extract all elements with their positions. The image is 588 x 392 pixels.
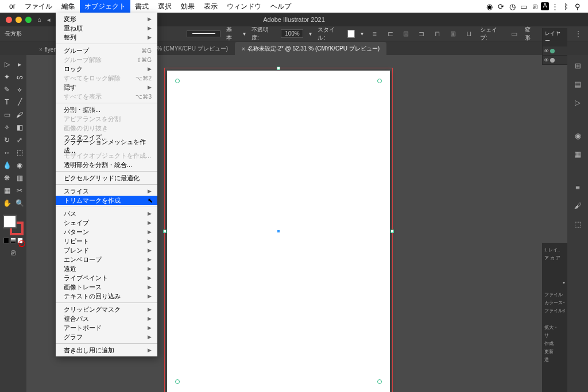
rotate-tool[interactable]: ↻	[1, 134, 13, 146]
menu-item[interactable]: 重ね順▶	[56, 24, 157, 33]
free-transform-tool[interactable]: ⬚	[14, 147, 25, 158]
corner-handle[interactable]	[175, 79, 180, 83]
style-swatch[interactable]	[347, 30, 355, 38]
shaper-tool[interactable]: ✧	[1, 122, 13, 133]
eye-icon[interactable]: 👁	[544, 48, 549, 54]
menu-item[interactable]: 書き出し用に追加▶	[56, 346, 157, 355]
menu-item[interactable]: ブレンド▶	[56, 246, 157, 255]
menu-item[interactable]: 遠近▶	[56, 264, 157, 273]
align-right-icon[interactable]: ⊐	[417, 29, 427, 39]
menu-file[interactable]: ファイル	[20, 0, 57, 13]
menu-item[interactable]: 透明部分を分割・統合...	[56, 160, 157, 169]
menu-item[interactable]: リピート▶	[56, 236, 157, 246]
layer-row[interactable]: 👁	[543, 56, 567, 65]
lasso-tool[interactable]: ᔕ	[14, 71, 25, 83]
artboard[interactable]	[167, 71, 390, 392]
pen-tool[interactable]: ✎	[1, 84, 13, 95]
brushes-icon[interactable]: 🖌	[571, 199, 585, 212]
menu-item[interactable]: 分割・拡張...	[56, 105, 157, 114]
menu-help[interactable]: ヘルプ	[266, 0, 296, 13]
menu-item[interactable]: シェイプ▶	[56, 218, 157, 227]
bluetooth-icon[interactable]: ᛒ	[560, 2, 572, 11]
edge-handle[interactable]	[163, 230, 167, 233]
play-icon[interactable]: ▷	[571, 95, 585, 109]
curvature-tool[interactable]: ⟡	[14, 84, 25, 95]
chevron-down-icon[interactable]: ▾	[309, 30, 312, 37]
menu-effect[interactable]: 効果	[176, 0, 199, 13]
display-icon[interactable]: ⎚	[529, 2, 541, 11]
hand-tool[interactable]: ✋	[1, 197, 13, 209]
minimize-button[interactable]	[16, 17, 22, 23]
close-icon[interactable]: ×	[39, 46, 42, 53]
align-top-icon[interactable]: ⊓	[432, 29, 442, 39]
opacity-value[interactable]: 100%	[281, 29, 303, 38]
menu-item[interactable]: グラデーションメッシュを作成...	[56, 142, 157, 151]
menu-item[interactable]: 整列▶	[56, 33, 157, 42]
properties-icon[interactable]: ⊞	[571, 59, 585, 72]
menu-object[interactable]: オブジェクト	[80, 0, 130, 13]
align-icon[interactable]: ≡	[369, 29, 379, 39]
menu-item[interactable]: トリムマークを作成⬉	[56, 196, 157, 205]
menu-select[interactable]: 選択	[153, 0, 176, 13]
graph-tool[interactable]: ▥	[14, 172, 25, 184]
screen-mode-icon[interactable]: ⎚	[11, 248, 16, 257]
app-menu[interactable]: or	[5, 0, 20, 13]
stroke-preview[interactable]	[187, 30, 220, 37]
close-icon[interactable]: ×	[242, 46, 245, 52]
menu-item[interactable]: アートボード▶	[56, 323, 157, 332]
align-center-v-icon[interactable]: ⊞	[448, 29, 458, 39]
scale-tool[interactable]: ⤢	[14, 134, 25, 146]
eyedropper-tool[interactable]: 💧	[1, 160, 13, 171]
corner-handle[interactable]	[175, 379, 180, 384]
wifi-icon[interactable]: ⋮	[549, 2, 560, 11]
home-icon[interactable]: ⌂	[37, 16, 41, 23]
fill-stroke-control[interactable]	[3, 215, 24, 235]
color-mode-swatches[interactable]: ∅	[3, 238, 23, 243]
align-left-icon[interactable]: ⊏	[385, 29, 395, 39]
color-icon[interactable]: ◉	[571, 129, 585, 142]
menu-item[interactable]: スライス▶	[56, 187, 157, 196]
edge-handle[interactable]	[390, 230, 394, 233]
libraries-icon[interactable]: ▤	[571, 77, 585, 91]
zoom-tool[interactable]: 🔍	[14, 197, 25, 209]
menu-item[interactable]: 画像トレース▶	[56, 282, 157, 292]
eye-icon[interactable]: 👁	[544, 57, 549, 63]
eraser-tool[interactable]: ◧	[14, 122, 25, 133]
selection-tool[interactable]: ▷	[1, 59, 13, 70]
clock-icon[interactable]: ◷	[506, 2, 518, 11]
menu-item[interactable]: ライブペイント▶	[56, 273, 157, 282]
line-tool[interactable]: ╱	[14, 96, 25, 108]
nav-back-icon[interactable]: ◂	[47, 16, 51, 24]
menu-edit[interactable]: 編集	[57, 0, 80, 13]
menu-type[interactable]: 書式	[130, 0, 153, 13]
menu-item[interactable]: 複合パス▶	[56, 314, 157, 323]
search-icon[interactable]: ⚲	[572, 2, 583, 11]
menu-item[interactable]: ピクセルグリッドに最適化	[56, 173, 157, 183]
direct-selection-tool[interactable]: ▸	[14, 59, 25, 70]
align-center-h-icon[interactable]: ⊟	[401, 29, 411, 39]
panel-menu-icon[interactable]: ▾	[544, 280, 565, 285]
tab-2[interactable]: ×名称未設定-2* @ 52.31 % (CMYK/CPU プレビュー)	[235, 42, 386, 55]
align-bottom-icon[interactable]: ⊔	[464, 29, 474, 39]
close-button[interactable]	[6, 17, 12, 23]
menu-item[interactable]: パス▶	[56, 209, 157, 218]
magic-wand-tool[interactable]: ✦	[1, 71, 13, 83]
menu-item[interactable]: ロック▶	[56, 64, 157, 73]
corner-handle[interactable]	[377, 79, 382, 83]
transform-button[interactable]: 変形	[525, 26, 536, 42]
shape-rect-icon[interactable]: ▭	[509, 29, 519, 39]
menu-item[interactable]: グラフ▶	[56, 332, 157, 341]
shape-button[interactable]: シェイプ:	[480, 26, 504, 42]
swatches-icon[interactable]: ▦	[571, 147, 585, 161]
type-tool[interactable]: T	[1, 96, 13, 108]
width-tool[interactable]: ↔	[1, 147, 13, 158]
edge-handle[interactable]	[277, 67, 280, 70]
stroke-icon[interactable]: ≡	[571, 180, 585, 194]
zoom-button[interactable]	[25, 17, 32, 23]
menu-item[interactable]: テキストの回り込み▶	[56, 292, 157, 301]
app-a-icon[interactable]: A	[541, 2, 549, 10]
cc-icon[interactable]: ◉	[483, 2, 495, 11]
sync-icon[interactable]: ⟳	[495, 2, 506, 11]
slice-tool[interactable]: ✂	[14, 185, 25, 196]
symbols-icon[interactable]: ⬚	[571, 217, 585, 231]
